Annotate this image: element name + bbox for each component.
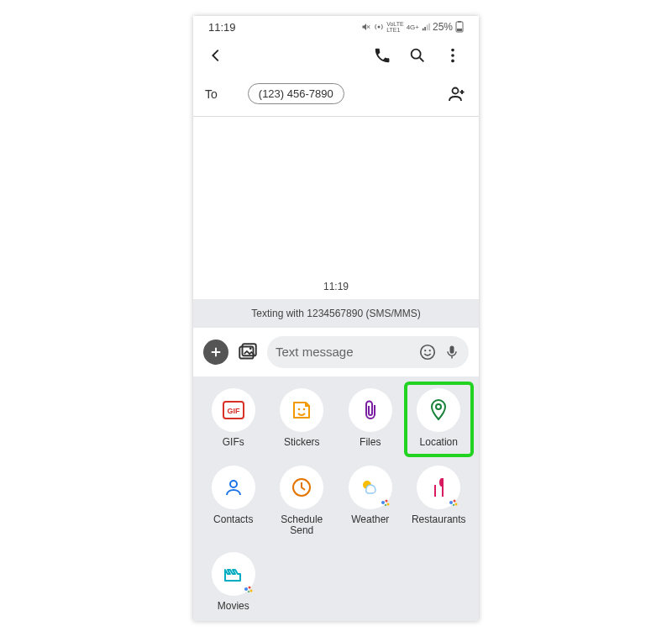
svg-point-28 [449,501,453,504]
svg-point-6 [451,54,454,57]
sheet-item-restaurants[interactable]: Restaurants [407,466,471,538]
sheet-item-label: Movies [218,601,249,613]
call-button[interactable] [365,41,400,73]
svg-point-13 [424,350,426,351]
sheet-item-contacts[interactable]: Contacts [202,466,265,538]
svg-rect-2 [458,21,461,23]
svg-point-14 [429,350,431,351]
svg-point-0 [378,26,381,29]
svg-point-19 [303,408,306,411]
sheet-item-label: Contacts [213,514,253,526]
location-pin-icon [429,398,448,422]
gallery-icon [237,341,259,363]
recipient-chip[interactable]: (123) 456-7890 [248,83,344,104]
restaurant-icon [428,476,449,498]
sheet-item-label: Schedule Send [270,514,334,538]
svg-point-20 [436,404,441,409]
sheet-item-weather[interactable]: Weather [339,466,402,538]
movie-icon [223,564,244,584]
battery-icon [455,21,464,33]
sheet-item-label: Location [420,437,458,449]
svg-point-21 [230,481,237,487]
sheet-item-gifs[interactable]: GIF GIFs [202,388,265,450]
sheet-item-label: Restaurants [412,514,466,526]
status-time: 11:19 [208,21,236,34]
svg-point-34 [249,590,252,592]
svg-point-11 [249,347,252,350]
sheet-item-stickers[interactable]: Stickers [270,388,334,450]
attachments-toggle-button[interactable] [203,340,228,365]
recipient-row: To (123) 456-7890 [193,76,479,116]
battery-percent: 25% [433,21,453,33]
conversation-timestamp: 11:19 [323,281,349,292]
sheet-item-label: Weather [351,514,389,526]
gif-icon: GIF [223,401,244,419]
phone-screen: 11:19 VoLTELTE1 4G+ 25% To (123) 456-789… [193,16,479,621]
svg-rect-3 [457,29,462,31]
compose-bar: Text message [193,328,479,376]
search-button[interactable] [400,41,435,73]
weather-icon [359,477,382,497]
add-recipient-button[interactable] [447,84,467,104]
svg-point-33 [248,587,250,589]
conversation-area[interactable]: 11:19 [193,117,479,299]
svg-point-32 [244,587,248,591]
status-bar: 11:19 VoLTELTE1 4G+ 25% [193,16,479,38]
message-placeholder: Text message [276,345,412,359]
svg-point-25 [385,499,387,502]
sheet-item-schedule-send[interactable]: Schedule Send [270,466,334,538]
sheet-item-location[interactable]: Location [404,382,475,457]
sheet-item-files[interactable]: Files [339,388,402,450]
more-vertical-icon [444,46,462,65]
svg-point-18 [298,408,301,411]
svg-point-31 [453,504,454,506]
svg-rect-15 [450,345,454,353]
svg-point-24 [381,501,385,504]
back-button[interactable] [202,41,230,73]
signal-icon [422,23,430,31]
status-right: VoLTELTE1 4G+ 25% [361,21,464,33]
sheet-item-movies[interactable]: Movies [202,552,265,613]
svg-point-5 [451,49,454,52]
sms-banner: Texting with 1234567890 (SMS/MMS) [193,299,479,328]
sheet-item-label: GIFs [223,437,244,449]
sheet-item-label: Stickers [284,437,320,449]
svg-point-7 [451,60,454,63]
assistant-badge-icon [244,584,254,594]
paperclip-icon [361,399,380,421]
person-add-icon [447,84,467,104]
svg-point-30 [455,503,458,505]
search-icon [408,46,427,65]
svg-point-27 [385,504,386,506]
attachment-sheet: GIF GIFs Stickers Files Location Contact… [193,376,479,621]
to-label: To [205,87,218,101]
voice-button[interactable] [444,344,460,361]
app-bar [193,38,479,76]
assistant-badge-icon [449,497,459,508]
contact-icon [223,477,244,497]
assistant-badge-icon [381,497,391,508]
sheet-item-label: Files [360,437,381,449]
message-input[interactable]: Text message [267,336,469,368]
svg-text:GIF: GIF [227,407,240,415]
svg-point-4 [412,50,421,59]
phone-icon [373,46,391,65]
mic-icon [444,344,460,361]
emoji-icon [418,343,437,361]
hotspot-icon [374,22,384,32]
svg-point-29 [454,499,456,502]
sticker-icon [291,399,312,421]
clock-icon [291,476,312,498]
plus-icon [208,345,223,360]
svg-point-35 [248,591,249,592]
svg-point-12 [421,345,435,360]
svg-point-8 [453,87,459,93]
gallery-button[interactable] [237,341,259,363]
emoji-button[interactable] [418,343,437,361]
more-options-button[interactable] [435,41,470,73]
mute-icon [361,22,371,32]
chevron-left-icon [207,46,225,65]
svg-point-26 [386,503,389,505]
